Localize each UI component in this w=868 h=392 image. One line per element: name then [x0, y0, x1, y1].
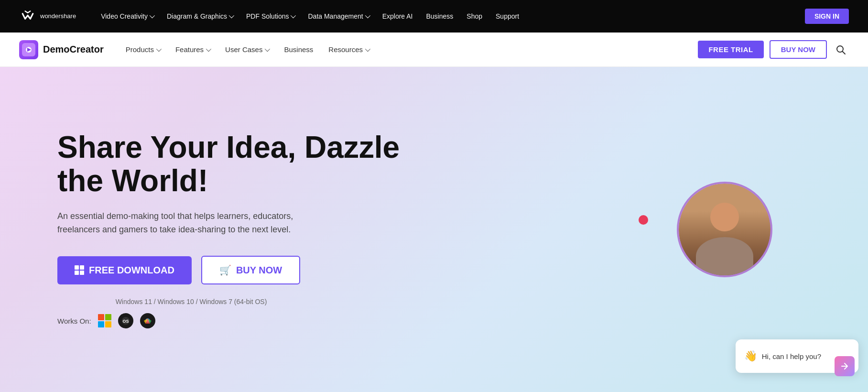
hero-buttons: FREE DOWNLOAD 🛒 BUY NOW [57, 256, 430, 284]
chat-emoji: 👋 [744, 350, 757, 362]
windows-os-icon [98, 314, 111, 327]
second-nav-item-products[interactable]: Products [119, 42, 167, 57]
video-person [679, 184, 770, 275]
second-nav-item-resources[interactable]: Resources [322, 42, 376, 57]
wondershare-logo-text: wondershare [40, 12, 76, 20]
top-nav-item-business[interactable]: Business [421, 9, 459, 24]
chevron-down-icon [150, 13, 155, 18]
top-nav-item-support[interactable]: Support [490, 9, 525, 24]
search-button[interactable] [833, 42, 849, 58]
works-on-label: Works On: [57, 317, 91, 325]
person-body [696, 237, 753, 275]
hero-section: Share Your Idea, Dazzle the World! An es… [0, 67, 868, 392]
hero-works-on: Works On: OS [57, 313, 430, 328]
chevron-down-icon [229, 13, 234, 18]
democreator-product-name: DemoCreator [43, 44, 104, 55]
chat-widget[interactable]: 👋 Hi, can I help you? [736, 339, 858, 373]
top-nav-item-data-management[interactable]: Data Management [302, 9, 374, 24]
top-nav-item-shop[interactable]: Shop [461, 9, 488, 24]
chevron-down-icon [206, 46, 211, 51]
second-nav-item-user-cases[interactable]: User Cases [218, 42, 275, 57]
top-nav-item-pdf-solutions[interactable]: PDF Solutions [240, 9, 300, 24]
hero-subtitle: An essential demo-making tool that helps… [57, 209, 325, 237]
chat-expand-icon[interactable] [835, 356, 855, 376]
top-navigation: wondershare Video Creativity Diagram & G… [0, 0, 868, 33]
top-nav-item-explore-ai[interactable]: Explore AI [377, 9, 419, 24]
wondershare-logo[interactable]: wondershare [19, 8, 76, 25]
second-nav-right: FREE TRIAL BUY NOW [698, 40, 849, 59]
free-download-button[interactable]: FREE DOWNLOAD [57, 256, 192, 284]
second-nav-item-features[interactable]: Features [169, 42, 217, 57]
hero-os-compatibility: Windows 11 / Windows 10 / Windows 7 (64-… [57, 298, 325, 305]
chevron-down-icon [291, 13, 296, 18]
hero-content: Share Your Idea, Dazzle the World! An es… [57, 131, 430, 328]
svg-text:OS: OS [122, 319, 129, 324]
product-navigation: DemoCreator Products Features User Cases… [0, 33, 868, 67]
free-trial-button[interactable]: FREE TRIAL [698, 41, 763, 58]
top-nav-item-diagram-graphics[interactable]: Diagram & Graphics [161, 9, 239, 24]
chat-text: Hi, can I help you? [762, 352, 821, 360]
top-nav-right: SIGN IN [805, 9, 849, 24]
person-head [710, 203, 739, 231]
sign-in-button[interactable]: SIGN IN [805, 9, 849, 24]
second-nav-item-business[interactable]: Business [277, 42, 320, 57]
chevron-down-icon [265, 46, 270, 51]
top-nav-item-video-creativity[interactable]: Video Creativity [95, 9, 159, 24]
cart-icon: 🛒 [219, 264, 231, 276]
macos-icon: OS [118, 313, 133, 328]
chrome-icon [140, 313, 155, 328]
chevron-down-icon [365, 13, 370, 18]
chevron-down-icon [156, 46, 162, 51]
hero-video-preview[interactable] [677, 182, 772, 277]
chevron-down-icon [365, 46, 370, 51]
democreator-logo[interactable]: DemoCreator [19, 40, 104, 59]
hero-title: Share Your Idea, Dazzle the World! [57, 131, 430, 198]
buy-now-button[interactable]: BUY NOW [770, 40, 827, 59]
decorative-red-dot [639, 215, 648, 225]
democreator-logo-icon [19, 40, 38, 59]
top-nav-links: Video Creativity Diagram & Graphics PDF … [95, 9, 805, 24]
second-nav-links: Products Features User Cases Business Re… [119, 42, 698, 57]
windows-icon [75, 265, 84, 275]
search-icon [835, 44, 846, 55]
svg-line-3 [843, 51, 846, 54]
hero-buy-now-button[interactable]: 🛒 BUY NOW [201, 256, 300, 284]
